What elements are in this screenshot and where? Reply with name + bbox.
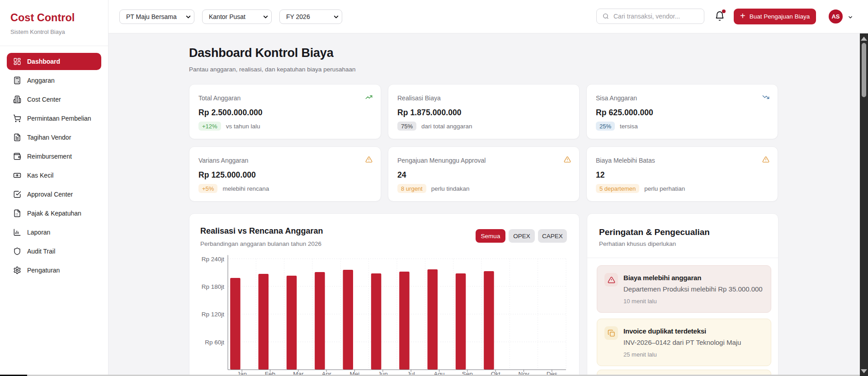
svg-text:Rp 180jt: Rp 180jt: [202, 283, 225, 290]
svg-text:Rp 120jt: Rp 120jt: [202, 311, 225, 318]
svg-text:Rp 240jt: Rp 240jt: [202, 256, 225, 263]
svg-text:Rp 60jt: Rp 60jt: [205, 339, 224, 346]
